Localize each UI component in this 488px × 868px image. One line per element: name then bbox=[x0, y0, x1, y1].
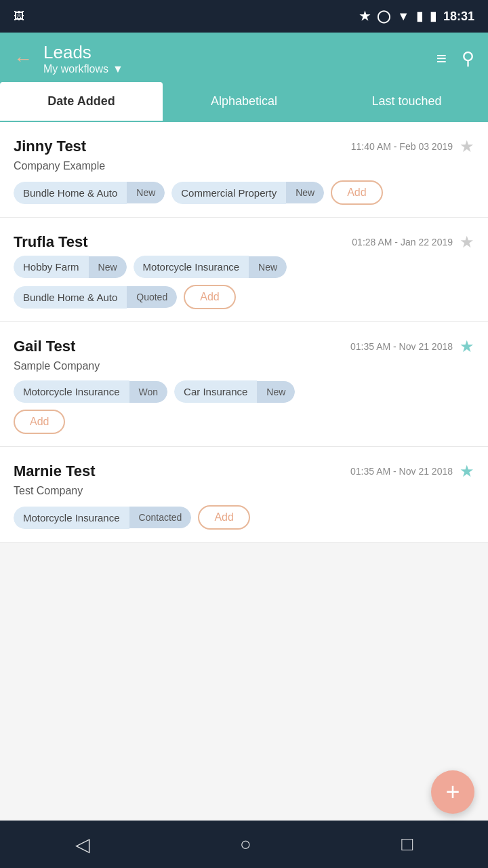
lead-timestamp: 01:35 AM - Nov 21 2018 bbox=[350, 341, 453, 352]
lead-tags: Motorcycle Insurance Won Car Insurance N… bbox=[14, 380, 474, 403]
tag-status: New bbox=[257, 381, 295, 403]
home-nav-icon[interactable]: ○ bbox=[240, 833, 251, 855]
lead-tags-row2: Bundle Home & Auto Quoted Add bbox=[14, 285, 474, 309]
add-button[interactable]: Add bbox=[14, 410, 65, 434]
lead-meta: 01:28 AM - Jan 22 2019 ★ bbox=[352, 233, 474, 252]
star-icon[interactable]: ★ bbox=[460, 137, 474, 156]
header: ← Leads My workflows ▼ ≡ ⚲ bbox=[0, 33, 488, 82]
tab-date-added[interactable]: Date Added bbox=[0, 82, 163, 121]
header-right: ≡ ⚲ bbox=[436, 48, 474, 69]
tag-name: Bundle Home & Auto bbox=[14, 286, 127, 309]
lead-name[interactable]: Marnie Test bbox=[14, 462, 96, 480]
tag-status: New bbox=[127, 182, 165, 203]
add-button[interactable]: Add bbox=[331, 180, 382, 205]
tag-bundle-home-auto-quoted: Bundle Home & Auto Quoted bbox=[14, 286, 177, 309]
star-icon[interactable]: ★ bbox=[460, 462, 474, 481]
bluetooth-icon: ★ bbox=[359, 9, 370, 24]
back-button[interactable]: ← bbox=[14, 48, 33, 70]
lead-meta: 01:35 AM - Nov 21 2018 ★ bbox=[350, 337, 474, 356]
tag-status: New bbox=[89, 256, 127, 278]
lead-item-jinny-test: Jinny Test 11:40 AM - Feb 03 2019 ★ Comp… bbox=[0, 122, 488, 218]
lead-header: Marnie Test 01:35 AM - Nov 21 2018 ★ bbox=[14, 462, 474, 481]
lead-company: Sample Company bbox=[14, 360, 474, 372]
lead-timestamp: 11:40 AM - Feb 03 2019 bbox=[351, 141, 453, 152]
add-button[interactable]: Add bbox=[198, 505, 249, 530]
tag-name: Hobby Farm bbox=[14, 256, 89, 278]
status-bar-right: ★ ◯ ▼ ▮ ▮ 18:31 bbox=[359, 9, 474, 24]
page-title: Leads bbox=[43, 42, 123, 63]
lead-item-marnie-test: Marnie Test 01:35 AM - Nov 21 2018 ★ Tes… bbox=[0, 447, 488, 542]
tag-status: Quoted bbox=[127, 286, 177, 308]
tag-car-insurance: Car Insurance New bbox=[174, 380, 295, 403]
header-left: ← Leads My workflows ▼ bbox=[14, 42, 123, 75]
tag-name: Bundle Home & Auto bbox=[14, 182, 127, 204]
lead-tags: Bundle Home & Auto New Commercial Proper… bbox=[14, 180, 474, 205]
lead-timestamp: 01:28 AM - Jan 22 2019 bbox=[352, 237, 453, 248]
lead-tags: Motorcycle Insurance Contacted Add bbox=[14, 505, 474, 530]
tag-motorcycle-contacted: Motorcycle Insurance Contacted bbox=[14, 507, 191, 529]
lead-timestamp: 01:35 AM - Nov 21 2018 bbox=[350, 466, 453, 477]
tab-alphabetical[interactable]: Alphabetical bbox=[163, 82, 325, 121]
tag-status: New bbox=[249, 256, 287, 278]
tag-status: New bbox=[286, 182, 324, 203]
fab-add-button[interactable]: + bbox=[431, 770, 474, 814]
signal-icon: ◯ bbox=[377, 9, 390, 24]
lead-item-trufla-test: Trufla Test 01:28 AM - Jan 22 2019 ★ Hob… bbox=[0, 218, 488, 322]
lead-name[interactable]: Trufla Test bbox=[14, 233, 88, 251]
photo-icon: 🖼 bbox=[14, 10, 24, 22]
lead-meta: 11:40 AM - Feb 03 2019 ★ bbox=[351, 137, 474, 156]
leads-list: Jinny Test 11:40 AM - Feb 03 2019 ★ Comp… bbox=[0, 122, 488, 542]
lead-name[interactable]: Jinny Test bbox=[14, 138, 86, 155]
sort-tabs: Date Added Alphabetical Last touched bbox=[0, 82, 488, 122]
tag-motorcycle-won: Motorcycle Insurance Won bbox=[14, 380, 167, 403]
tag-status: Contacted bbox=[129, 507, 192, 528]
wifi-icon: ▼ bbox=[397, 9, 409, 24]
chevron-down-icon: ▼ bbox=[113, 63, 123, 75]
back-nav-icon[interactable]: ◁ bbox=[75, 833, 90, 856]
tag-name: Car Insurance bbox=[174, 380, 257, 403]
header-title-block: Leads My workflows ▼ bbox=[43, 42, 123, 75]
lead-name[interactable]: Gail Test bbox=[14, 338, 75, 355]
tag-commercial-property: Commercial Property New bbox=[171, 182, 324, 204]
tab-last-touched[interactable]: Last touched bbox=[325, 82, 488, 121]
clock: 18:31 bbox=[443, 9, 474, 24]
status-bar: 🖼 ★ ◯ ▼ ▮ ▮ 18:31 bbox=[0, 0, 488, 33]
sim-icon: ▮ bbox=[416, 9, 423, 24]
tag-name: Motorcycle Insurance bbox=[14, 507, 129, 529]
star-icon[interactable]: ★ bbox=[460, 337, 474, 356]
bottom-nav: ◁ ○ □ bbox=[0, 821, 488, 868]
lead-item-gail-test: Gail Test 01:35 AM - Nov 21 2018 ★ Sampl… bbox=[0, 322, 488, 447]
lead-tags-row2: Add bbox=[14, 410, 474, 434]
tag-motorcycle-insurance: Motorcycle Insurance New bbox=[134, 256, 287, 278]
tag-bundle-home-auto: Bundle Home & Auto New bbox=[14, 182, 165, 204]
lead-tags: Hobby Farm New Motorcycle Insurance New bbox=[14, 256, 474, 278]
lead-company: Company Example bbox=[14, 160, 474, 172]
lead-meta: 01:35 AM - Nov 21 2018 ★ bbox=[350, 462, 474, 481]
lead-header: Trufla Test 01:28 AM - Jan 22 2019 ★ bbox=[14, 233, 474, 252]
workflow-selector[interactable]: My workflows ▼ bbox=[43, 63, 123, 75]
star-icon[interactable]: ★ bbox=[460, 233, 474, 252]
status-bar-left: 🖼 bbox=[14, 10, 24, 22]
tag-name: Motorcycle Insurance bbox=[14, 380, 129, 403]
search-icon[interactable]: ⚲ bbox=[462, 48, 474, 69]
tag-name: Motorcycle Insurance bbox=[134, 256, 249, 278]
workflow-label: My workflows bbox=[43, 63, 108, 75]
lead-company: Test Company bbox=[14, 485, 474, 497]
tag-status: Won bbox=[129, 381, 168, 403]
tag-name: Commercial Property bbox=[171, 182, 286, 204]
recents-nav-icon[interactable]: □ bbox=[401, 833, 413, 855]
add-button[interactable]: Add bbox=[184, 285, 235, 309]
filter-icon[interactable]: ≡ bbox=[436, 48, 447, 69]
tag-hobby-farm: Hobby Farm New bbox=[14, 256, 127, 278]
battery-icon: ▮ bbox=[430, 9, 436, 24]
lead-header: Gail Test 01:35 AM - Nov 21 2018 ★ bbox=[14, 337, 474, 356]
lead-header: Jinny Test 11:40 AM - Feb 03 2019 ★ bbox=[14, 137, 474, 156]
